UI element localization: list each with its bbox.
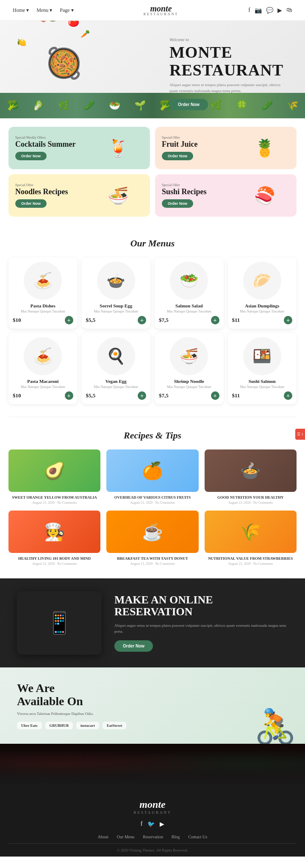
menu-item-6: 🍜 Shrimp Noodle Mus Natoque Quisque Tinc… bbox=[155, 333, 224, 404]
promo-cta-2[interactable]: Order Now bbox=[15, 199, 47, 208]
footer-social: f🐦▶ bbox=[8, 821, 297, 828]
menu-item-name-3: Asian Dumplings bbox=[232, 303, 293, 308]
add-to-cart-button-3[interactable]: + bbox=[284, 316, 292, 324]
recipe-meta-0: August 21, 2020 · No Comments bbox=[8, 501, 100, 505]
recipe-thumb-2: 🍲 bbox=[205, 449, 297, 492]
promo-cta-3[interactable]: Order Now bbox=[162, 199, 193, 208]
menu-price-1: $5,5 bbox=[86, 317, 96, 324]
nav-page[interactable]: Page ▾ bbox=[60, 7, 73, 14]
floating-food-4: 🧅 bbox=[38, 21, 49, 22]
footer-social-icon-1[interactable]: 🐦 bbox=[147, 821, 155, 828]
menu-item-7: 🍱 Sushi Salmon Mus Natoque Quisque Tinci… bbox=[228, 333, 297, 404]
site-logo[interactable]: monte restaurant bbox=[144, 4, 178, 16]
nav-menu[interactable]: Menu ▾ bbox=[36, 7, 52, 14]
promo-card-2: Special Offer Noodles Recipes Order Now … bbox=[8, 174, 150, 217]
menu-item-4: 🍝 Pasta Macaroni Mus Natoque Quisque Tin… bbox=[8, 333, 78, 404]
reservation-tablet-image: 📱 bbox=[17, 591, 102, 655]
add-to-cart-button-1[interactable]: + bbox=[138, 316, 146, 324]
recipe-thumb-4: ☕ bbox=[106, 511, 198, 553]
recipe-title-1: Overhead Of Various Citrus Fruits bbox=[106, 495, 198, 500]
instagram-icon[interactable]: 📷 bbox=[255, 7, 262, 14]
footer-logo[interactable]: monte restaurant bbox=[8, 799, 297, 815]
menu-item-desc-2: Mus Natoque Quisque Tincidunt bbox=[159, 310, 219, 313]
recipe-title-0: Sweet Orange Yellow From Australia bbox=[8, 495, 100, 500]
recipe-card-4: ☕ Breakfast Tea With Tasty Donut August … bbox=[106, 511, 198, 566]
menu-food-image-5: 🍳 bbox=[97, 337, 135, 375]
add-to-cart-button-4[interactable]: + bbox=[65, 391, 73, 400]
reservation-cta-button[interactable]: Order Now bbox=[114, 640, 153, 652]
menu-price-row-1: $5,5 + bbox=[86, 316, 147, 324]
footer-nav-link-3[interactable]: Blog bbox=[172, 835, 180, 839]
nav-links: Home ▾ Menu ▾ Page ▾ bbox=[13, 7, 74, 14]
whatsapp-icon[interactable]: 💬 bbox=[266, 7, 273, 14]
menu-item-0: 🍝 Pasta Dishes Mus Natoque Quisque Tinci… bbox=[8, 257, 78, 329]
menu-item-name-5: Vegan Egg bbox=[86, 379, 147, 384]
add-to-cart-button-2[interactable]: + bbox=[211, 316, 219, 324]
recipe-meta-3: August 21, 2020 · No Comments bbox=[8, 562, 100, 566]
menu-item-desc-1: Mus Natoque Quisque Tincidunt bbox=[86, 310, 147, 313]
nav-social: f 📷 💬 ▶ 🛍 bbox=[248, 7, 292, 14]
facebook-icon[interactable]: f bbox=[248, 7, 250, 14]
menu-food-image-1: 🍲 bbox=[97, 262, 135, 300]
menu-item-desc-7: Mus Natoque Quisque Tincidunt bbox=[232, 385, 293, 389]
floating-food-1: 🥑 bbox=[47, 21, 61, 22]
add-to-cart-button-7[interactable]: + bbox=[284, 391, 292, 400]
menu-item-5: 🍳 Vegan Egg Mus Natoque Quisque Tincidun… bbox=[82, 333, 151, 404]
promo-image-1: 🍍 bbox=[233, 127, 297, 169]
footer-logo-text: monte bbox=[8, 799, 297, 810]
tablet-icon: 📱 bbox=[46, 611, 72, 635]
reservation-text: Make An Online Reservation Aliquet augue… bbox=[114, 594, 288, 652]
veggie-6: 🌱 bbox=[134, 100, 146, 111]
promo-cta-1[interactable]: Order Now bbox=[162, 152, 193, 160]
menu-price-row-6: $7,5 + bbox=[159, 391, 219, 400]
promo-grid: Special Weekly Offers Cocktails Summer O… bbox=[8, 127, 297, 217]
promo-image-0: 🍹 bbox=[86, 127, 150, 169]
hero-description: Aliquet augue netus ut tempus platea pra… bbox=[169, 82, 288, 94]
footer-social-icon-0[interactable]: f bbox=[141, 821, 143, 828]
menu-price-row-3: $11 + bbox=[232, 316, 293, 324]
hero-cta-button[interactable]: Order Now bbox=[169, 99, 208, 110]
available-text: We Are Available On Viverra arcu Taleris… bbox=[17, 682, 126, 729]
delivery-logo-3[interactable]: EatStreet bbox=[103, 722, 126, 729]
menu-food-image-4: 🍝 bbox=[24, 337, 62, 375]
delivery-logos: Uber EatsGRUBHUBinstacartEatStreet bbox=[17, 722, 126, 729]
footer-social-icon-2[interactable]: ▶ bbox=[160, 821, 164, 828]
nav-home[interactable]: Home ▾ bbox=[13, 7, 29, 14]
delivery-logo-1[interactable]: GRUBHUB bbox=[45, 722, 73, 729]
footer-logo-sub: restaurant bbox=[8, 810, 297, 815]
menu-price-5: $5,5 bbox=[86, 392, 96, 399]
footer-nav: AboutOur MenuReservationBlogContact Us bbox=[8, 835, 297, 839]
recipe-meta-4: August 21, 2020 · No Comments bbox=[106, 562, 198, 566]
menu-food-image-6: 🍜 bbox=[170, 337, 208, 375]
hero-section: 🥘 🥑 🍅 🥕 🧅 🍋 Welcome to MONTE RESTAURANT … bbox=[0, 21, 305, 118]
recipe-title-4: Breakfast Tea With Tasty Donut bbox=[106, 556, 198, 561]
recipe-thumb-1: 🍊 bbox=[106, 449, 198, 492]
footer-nav-link-1[interactable]: Our Menu bbox=[117, 835, 134, 839]
reservation-title: Make An Online Reservation bbox=[114, 594, 288, 618]
scroll-badge[interactable]: ☰ 1 bbox=[295, 429, 305, 440]
menu-item-desc-4: Mus Natoque Quisque Tincidunt bbox=[13, 385, 73, 389]
footer-nav-link-2[interactable]: Reservation bbox=[143, 835, 163, 839]
delivery-logo-0[interactable]: Uber Eats bbox=[17, 722, 42, 729]
veggie-12: 🌾 bbox=[287, 100, 298, 111]
menu-grid: 🍝 Pasta Dishes Mus Natoque Quisque Tinci… bbox=[8, 257, 297, 404]
navbar: Home ▾ Menu ▾ Page ▾ monte restaurant f … bbox=[0, 0, 305, 21]
recipes-section: Recipes & Tips 🥑 Sweet Orange Yellow Fro… bbox=[0, 417, 305, 578]
menu-price-4: $10 bbox=[13, 392, 21, 399]
youtube-icon[interactable]: ▶ bbox=[277, 7, 282, 14]
add-to-cart-button-0[interactable]: + bbox=[65, 316, 73, 324]
footer-nav-link-0[interactable]: About bbox=[98, 835, 108, 839]
recipes-title: Recipes & Tips bbox=[8, 430, 297, 441]
footer-nav-link-4[interactable]: Contact Us bbox=[188, 835, 207, 839]
veggie-1: 🥦 bbox=[7, 100, 19, 111]
promo-card-0: Special Weekly Offers Cocktails Summer O… bbox=[8, 127, 150, 169]
delivery-logo-2[interactable]: instacart bbox=[76, 722, 99, 729]
logo-text: monte bbox=[144, 4, 178, 13]
floating-food-3: 🥕 bbox=[80, 29, 90, 39]
recipe-card-3: 🧑‍🍳 Healthy Living 101 Body And Mind Aug… bbox=[8, 511, 100, 566]
bag-icon[interactable]: 🛍 bbox=[286, 7, 292, 14]
add-to-cart-button-5[interactable]: + bbox=[138, 391, 146, 400]
promo-cta-0[interactable]: Order Now bbox=[15, 152, 47, 160]
recipe-title-3: Healthy Living 101 Body And Mind bbox=[8, 556, 100, 561]
add-to-cart-button-6[interactable]: + bbox=[211, 391, 219, 400]
